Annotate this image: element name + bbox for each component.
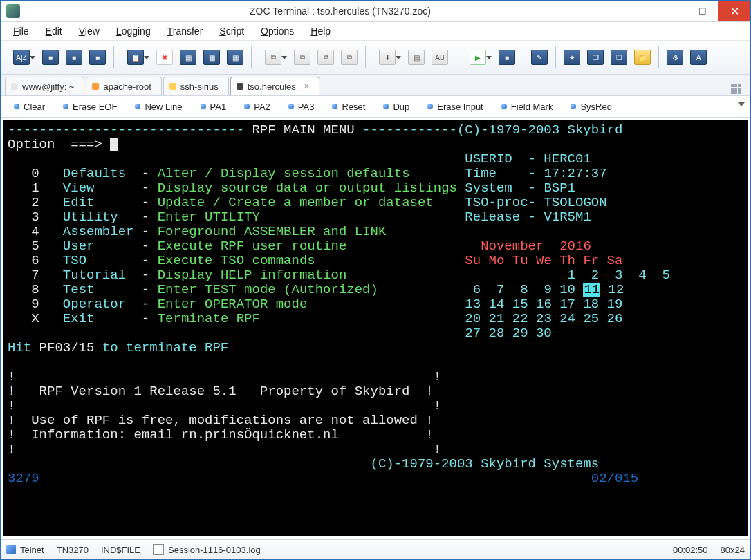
toolbar-copy2-button[interactable]: ⧉ xyxy=(291,46,313,68)
log-checkbox[interactable] xyxy=(153,544,164,555)
toolbar-tool2-button[interactable]: A xyxy=(687,46,710,68)
status-connection: Telnet xyxy=(6,545,44,555)
quick-label: PA1 xyxy=(210,102,227,112)
quickbar: ClearErase EOFNew LinePA1PA2PA3ResetDupE… xyxy=(1,96,750,118)
bullet-icon xyxy=(383,104,389,109)
toolbar-copy1-button[interactable]: ⧉ xyxy=(257,46,290,68)
tab-color-icon xyxy=(237,83,243,90)
app-window: ZOC Terminal : tso.hercules (TN3270.zoc)… xyxy=(0,0,751,560)
toolbar-card2-button[interactable]: ▦ xyxy=(201,46,223,68)
menubar: FileEditViewLoggingTransferScriptOptions… xyxy=(1,22,750,41)
toolbar-folder-button[interactable]: 📁 xyxy=(631,46,653,68)
toolbar-win-button[interactable]: ❐ xyxy=(584,46,606,68)
session-tab-www-jiffy-[interactable]: www@jiffy: ~ xyxy=(5,77,84,95)
toolbar-paste-button[interactable]: 📋 xyxy=(119,46,152,68)
session-tab-apache-root[interactable]: apache-root xyxy=(86,77,161,95)
bullet-icon xyxy=(63,104,68,109)
toolbar-edit-button[interactable]: ✎ xyxy=(528,46,550,68)
quick-label: PA2 xyxy=(254,102,270,112)
bullet-icon xyxy=(427,104,433,109)
status-protocol: TN3270 xyxy=(57,545,89,555)
quick-label: PA3 xyxy=(298,102,315,112)
toolbar-copy4-button[interactable]: ⧉ xyxy=(338,46,360,68)
toolbar-abcdef-button[interactable]: AB xyxy=(429,46,451,68)
tab-label: apache-root xyxy=(103,82,151,92)
toolbar-card1-button[interactable]: ▦ xyxy=(177,46,199,68)
toolbar-arrowdn-button[interactable]: ⬇ xyxy=(371,46,404,68)
quick-sysreq-button[interactable]: SysReq xyxy=(563,100,620,114)
toolbar-stop-button[interactable]: ■ xyxy=(496,46,518,68)
toolbar-star-button[interactable]: ✦ xyxy=(561,46,583,68)
bullet-icon xyxy=(201,104,206,109)
bullet-icon xyxy=(501,104,507,109)
statusbar: Telnet TN3270 IND$FILE Session-1116-0103… xyxy=(1,539,750,559)
toolbar-xdel-button[interactable]: ✖ xyxy=(154,46,176,68)
status-protocol2: IND$FILE xyxy=(101,545,140,555)
quick-new-line-button[interactable]: New Line xyxy=(127,100,189,114)
session-tab-tso-hercules[interactable]: tso.hercules× xyxy=(230,77,319,95)
window-title: ZOC Terminal : tso.hercules (TN3270.zoc) xyxy=(26,6,655,17)
quick-label: New Line xyxy=(145,102,182,112)
status-log: Session-1116-0103.log xyxy=(153,544,261,555)
menu-edit[interactable]: Edit xyxy=(37,24,71,38)
window-buttons: — ☐ ✕ xyxy=(655,1,750,21)
session-tab-ssh-sirius[interactable]: ssh-sirius xyxy=(163,77,229,95)
menu-options[interactable]: Options xyxy=(252,24,302,38)
app-icon xyxy=(6,4,20,18)
close-button[interactable]: ✕ xyxy=(718,1,750,21)
status-time: 00:02:50 xyxy=(673,545,708,555)
quick-pa1-button[interactable]: PA1 xyxy=(193,100,234,114)
quick-label: Field Mark xyxy=(511,102,553,112)
bullet-icon xyxy=(135,104,140,109)
quick-pa3-button[interactable]: PA3 xyxy=(281,100,322,114)
tab-label: ssh-sirius xyxy=(180,82,219,92)
quick-label: Erase Input xyxy=(437,102,483,112)
menu-view[interactable]: View xyxy=(71,24,108,38)
bullet-icon xyxy=(244,104,250,109)
toolbar-host2-button[interactable]: ■ xyxy=(63,46,85,68)
menu-logging[interactable]: Logging xyxy=(108,24,159,38)
toolbar: A|Z■■■📋✖▦▦▦⧉⧉⧉⧉⬇▤AB▶■✎✦❐❐📁⚙A xyxy=(1,41,750,75)
tab-color-icon xyxy=(169,83,176,90)
quickbar-overflow-icon[interactable] xyxy=(738,102,745,106)
tab-color-icon xyxy=(11,83,18,90)
toolbar-play-button[interactable]: ▶ xyxy=(461,46,494,68)
titlebar: ZOC Terminal : tso.hercules (TN3270.zoc)… xyxy=(1,1,750,22)
tab-label: www@jiffy: ~ xyxy=(22,82,74,92)
menu-transfer[interactable]: Transfer xyxy=(159,24,212,38)
toolbar-card3-button[interactable]: ▦ xyxy=(224,46,246,68)
toolbar-host1-button[interactable]: ■ xyxy=(39,46,62,68)
quick-dup-button[interactable]: Dup xyxy=(376,100,417,114)
tab-close-icon[interactable]: × xyxy=(304,82,309,91)
toolbar-page-button[interactable]: ▤ xyxy=(405,46,427,68)
toolbar-host3-button[interactable]: ■ xyxy=(86,46,109,68)
quick-field-mark-button[interactable]: Field Mark xyxy=(494,100,561,114)
status-size: 80x24 xyxy=(721,545,745,555)
tab-grid-icon[interactable] xyxy=(731,84,742,95)
quick-erase-eof-button[interactable]: Erase EOF xyxy=(55,100,124,114)
toolbar-wins-button[interactable]: ❐ xyxy=(608,46,630,68)
bullet-icon xyxy=(332,104,337,109)
tab-color-icon xyxy=(92,83,99,90)
toolbar-copy3-button[interactable]: ⧉ xyxy=(315,46,337,68)
minimize-button[interactable]: — xyxy=(655,1,687,21)
quick-reset-button[interactable]: Reset xyxy=(324,100,373,114)
status-conn-text: Telnet xyxy=(20,545,44,555)
menu-script[interactable]: Script xyxy=(211,24,252,38)
quick-pa2-button[interactable]: PA2 xyxy=(237,100,278,114)
bullet-icon xyxy=(14,104,19,109)
terminal-screen[interactable]: ------------------------------ RPF MAIN … xyxy=(3,120,748,536)
bullet-icon xyxy=(288,104,294,109)
toolbar-tool1-button[interactable]: ⚙ xyxy=(664,46,686,68)
quick-clear-button[interactable]: Clear xyxy=(6,100,53,114)
quick-erase-input-button[interactable]: Erase Input xyxy=(420,100,491,114)
session-tabs: www@jiffy: ~apache-rootssh-siriustso.her… xyxy=(1,75,750,96)
menu-file[interactable]: File xyxy=(5,24,37,38)
quick-label: Erase EOF xyxy=(73,102,117,112)
toolbar-az-button[interactable]: A|Z xyxy=(5,46,38,68)
menu-help[interactable]: Help xyxy=(302,24,339,38)
input-cursor[interactable] xyxy=(110,138,118,151)
quick-label: Reset xyxy=(342,102,365,112)
maximize-button[interactable]: ☐ xyxy=(687,1,718,21)
tab-label: tso.hercules xyxy=(248,82,296,92)
